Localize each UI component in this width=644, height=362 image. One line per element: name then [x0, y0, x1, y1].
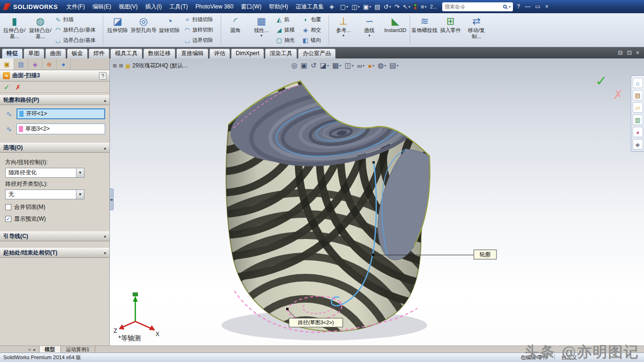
sweep-button[interactable]: ∿扫描 [54, 15, 100, 25]
custom-properties-button[interactable]: ◈ [633, 139, 643, 149]
quick-access-overflow[interactable]: 2... [429, 4, 438, 9]
view-orientation-button[interactable]: ▦▾ [331, 61, 342, 70]
tab-scroll-left-icon[interactable]: ◂ [33, 347, 35, 352]
menu-photoview[interactable]: PhotoView 360 [192, 1, 238, 12]
view-palette-button[interactable]: ▥ [633, 115, 643, 125]
menu-insert[interactable]: 插入(I) [141, 1, 165, 13]
tab-direct-editing[interactable]: 直接编辑 [176, 49, 208, 58]
open-button[interactable]: ◫▾ [350, 2, 361, 11]
featuremanager-tab[interactable]: ▤ [14, 58, 28, 70]
document-title[interactable]: 29玫瑰花DHQ (默认... [132, 62, 188, 70]
apply-scene-button[interactable]: ◍▾ [377, 61, 387, 70]
menu-view[interactable]: 视图(V) [115, 1, 141, 13]
tab-sketch[interactable]: 草图 [24, 49, 44, 58]
options-button[interactable]: ≡▾ [419, 2, 428, 11]
document-minimize-button[interactable]: ⊟ [618, 49, 623, 56]
propertymanager-tab[interactable]: ▣ [0, 58, 14, 70]
tab-mold-tools[interactable]: 模具工具 [110, 49, 142, 58]
extrude-boss-button[interactable]: ▮ 拉伸凸台/基... [1, 14, 27, 46]
path-top-vertex[interactable] [372, 161, 375, 164]
motion-study-tab[interactable]: 运动算例1 [61, 346, 95, 353]
move-copy-button[interactable]: ⇄ 移动/复制... [463, 14, 489, 46]
configurationmanager-tab[interactable]: ◈ [28, 58, 42, 70]
revolve-boss-button[interactable]: ◍ 旋转凸台/基... [27, 14, 53, 46]
insert-part-button[interactable]: ⊞ 插入零件 [438, 14, 463, 46]
menu-edit[interactable]: 编辑(E) [89, 1, 115, 13]
model-tab[interactable]: 模型 [39, 346, 61, 353]
search-input[interactable] [445, 4, 501, 9]
document-restore-button[interactable]: ⊡ [627, 49, 632, 56]
dimxpertmanager-tab[interactable]: ⊕ [42, 58, 57, 70]
confirm-cancel-button[interactable]: ✗ [613, 88, 623, 102]
solidworks-resources-button[interactable]: ⌂ [633, 78, 643, 88]
tab-evaluate[interactable]: 评估 [209, 49, 230, 58]
fl yout-feature-tree[interactable]: ⊞ ⊞ ▣ 29玫瑰花DHQ (默认... [113, 62, 188, 70]
wrap-button[interactable]: ◖包覆 [302, 15, 326, 25]
view-settings-button[interactable]: ▤▾ [388, 61, 399, 70]
file-explorer-button[interactable]: ▱ [633, 102, 643, 113]
profile-selection-field[interactable]: 开环<1> [17, 108, 105, 119]
instant3d-button[interactable]: ◣ Instant3D [382, 14, 408, 46]
loft-boss-button[interactable]: ◠放样凸台/基体 [54, 25, 100, 34]
redo-button[interactable]: ↷ [393, 2, 401, 11]
merge-tangent-faces-checkbox[interactable] [5, 204, 11, 210]
linear-pattern-button[interactable]: ▦ 线性... ▾ [248, 14, 274, 46]
new-document-button[interactable]: ▢▾ [339, 2, 349, 11]
search-icon[interactable] [503, 5, 507, 8]
section-start-end-tangency[interactable]: 起始处/结束处相切(T) ▾ [0, 248, 109, 258]
mirror-button[interactable]: ◧镜向 [302, 35, 326, 45]
cancel-button[interactable]: ✗ [16, 83, 21, 91]
cosmetic-thread-button[interactable]: ≋ 装饰螺纹线 [412, 14, 438, 46]
extrude-cut-button[interactable]: ◪ 拉伸切除 [105, 14, 131, 46]
tree-expand-icon[interactable]: ⊞ [119, 63, 123, 69]
print-button[interactable]: ▤ [373, 2, 381, 11]
section-options[interactable]: 选项(O) ▴ [0, 143, 109, 153]
tab-data-migration[interactable]: 数据迁移 [143, 49, 175, 58]
revolve-cut-button[interactable]: ◔ 旋转切除 [157, 14, 182, 46]
tree-expand-icon[interactable]: ⊞ [113, 63, 117, 69]
undo-button[interactable]: ↺▾ [382, 2, 393, 11]
reference-geometry-button[interactable]: ⊥ 参考... ▾ [330, 14, 356, 46]
tab-sheet-metal[interactable]: 钣金 [67, 49, 88, 58]
model-scene[interactable]: 轮廓 路径(草图3<2>) [110, 58, 644, 346]
hole-wizard-button[interactable]: ◎ 异型孔向导 [131, 14, 157, 46]
ok-button[interactable]: ✓ [4, 83, 10, 91]
tab-weldments[interactable]: 焊件 [89, 49, 109, 58]
path-selection-field[interactable]: 草图3<2> [17, 123, 105, 134]
maximize-button[interactable]: ▭ [535, 3, 540, 10]
tab-features[interactable]: 特征 [2, 49, 23, 58]
intersect-button[interactable]: ◈相交 [302, 25, 326, 34]
zoom-fit-button[interactable]: ◎ [290, 61, 298, 70]
previous-view-button[interactable]: ↺ [310, 61, 318, 70]
search-dropdown-icon[interactable]: ▾ [509, 5, 511, 9]
tab-office-products[interactable]: 办公室产品 [298, 49, 336, 58]
section-view-button[interactable]: ◪▾ [319, 61, 330, 70]
zoom-area-button[interactable]: ▣ [300, 61, 308, 70]
hide-show-items-button[interactable]: ∞▾ [356, 61, 365, 70]
tab-surfaces[interactable]: 曲面 [45, 49, 66, 58]
edit-appearance-button[interactable]: ●▾ [367, 61, 375, 70]
document-close-button[interactable]: × [636, 49, 639, 56]
menu-window[interactable]: 窗口(W) [237, 1, 265, 13]
displaymanager-tab[interactable]: ● [57, 58, 71, 70]
tab-scroll-start-icon[interactable]: « [28, 347, 31, 352]
menu-maidi-tools[interactable]: 迈迪工具集 [292, 1, 328, 13]
curves-button[interactable]: ∽ 曲线 ▾ [356, 14, 382, 46]
save-button[interactable]: ▣▾ [362, 2, 372, 11]
path-alignment-dropdown[interactable]: 无 ▼ [5, 189, 84, 199]
display-style-button[interactable]: ◫▾ [344, 61, 355, 70]
minimize-button[interactable]: — [525, 3, 530, 10]
panel-help-button[interactable]: ? [99, 72, 107, 80]
section-profile-path[interactable]: 轮廓和路径(P) ▴ [0, 95, 109, 105]
orientation-dropdown[interactable]: 随路径变化 ▼ [5, 168, 84, 178]
panel-splitter[interactable]: ◂▸ [110, 189, 114, 210]
tab-render-tools[interactable]: 渲染工具 [265, 49, 297, 58]
menu-file[interactable]: 文件(F) [63, 1, 89, 13]
draft-button[interactable]: ◢拔模 [275, 25, 300, 34]
tab-dimxpert[interactable]: DimXpert [231, 49, 264, 58]
rebuild-button[interactable] [412, 2, 419, 11]
boundary-boss-button[interactable]: ◡边界凸台/基体 [54, 35, 100, 45]
graphics-viewport[interactable]: 轮廓 路径(草图3<2>) [110, 58, 644, 346]
menu-tools[interactable]: 工具(T) [165, 1, 191, 13]
fillet-button[interactable]: ◜ 圆角 [223, 14, 248, 46]
